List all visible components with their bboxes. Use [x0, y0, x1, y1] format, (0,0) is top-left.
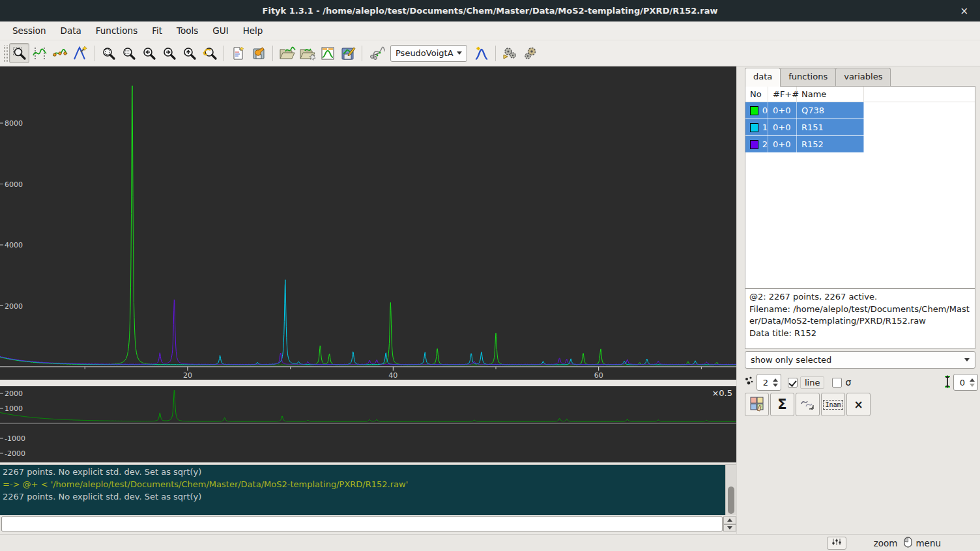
dataset-filter-dropdown[interactable]: show only selected	[745, 351, 975, 369]
zoom-right-icon	[162, 46, 177, 61]
svg-text:-2000: -2000	[5, 449, 25, 458]
arrow-up-icon[interactable]	[970, 378, 975, 382]
zoom-mode-button[interactable]	[9, 43, 29, 63]
data-transform-button[interactable]	[366, 43, 386, 63]
menu-session[interactable]: Session	[5, 23, 53, 38]
dataset-name: R152	[797, 136, 864, 152]
command-input[interactable]	[1, 516, 723, 531]
magnifier-icon	[12, 46, 27, 61]
menu-fit[interactable]: Fit	[145, 23, 169, 38]
svg-text:2000: 2000	[5, 389, 23, 398]
history-up-button[interactable]	[723, 516, 736, 524]
shift-spinner[interactable]: 0	[953, 374, 978, 391]
edit-script-button[interactable]	[520, 43, 540, 63]
menu-tools[interactable]: Tools	[169, 23, 205, 38]
scrollbar-thumb[interactable]	[728, 487, 734, 514]
zoom-undo-button[interactable]	[199, 43, 220, 63]
rename-icon: Inam	[823, 400, 843, 410]
line-checkbox-label: line	[800, 376, 824, 389]
statusbar-config-button[interactable]	[827, 537, 846, 550]
background-mode-button[interactable]	[50, 43, 70, 63]
column-header-functions[interactable]: #F+#	[768, 87, 797, 102]
toolbar-separator	[272, 46, 273, 61]
run-script-button[interactable]	[500, 43, 520, 63]
panel-splitter[interactable]	[736, 66, 743, 534]
session-settings-button[interactable]	[248, 43, 268, 63]
menu-help[interactable]: Help	[236, 23, 270, 38]
arrow-down-icon[interactable]	[970, 384, 975, 387]
new-document-icon	[231, 46, 246, 61]
vertical-shift-icon	[944, 374, 951, 391]
load-data-button[interactable]	[277, 43, 297, 63]
column-header-name[interactable]: Name	[797, 87, 864, 102]
svg-text:60: 60	[594, 371, 603, 380]
data-editor-button[interactable]	[317, 43, 338, 63]
toolbar-drag-handle[interactable]	[3, 45, 8, 62]
rename-button[interactable]: Inam	[821, 393, 845, 416]
dataset-row-r152[interactable]: 2 0+0 R152	[745, 136, 864, 152]
arrow-down-icon[interactable]	[773, 384, 778, 387]
zoom-all-button[interactable]	[98, 43, 119, 63]
svg-text:20: 20	[183, 371, 192, 380]
copy-functions-button[interactable]	[796, 393, 820, 416]
sigma-icon: Σ	[777, 397, 786, 412]
load-data-custom-button[interactable]	[297, 43, 317, 63]
dataset-display-controls: 2 line σ 0	[745, 372, 978, 393]
zoom-left-button[interactable]	[139, 43, 159, 63]
transform-curve-icon	[368, 46, 385, 61]
dataset-number: 1	[762, 122, 768, 132]
dataset-number: 2	[762, 139, 768, 149]
command-input-row	[0, 515, 736, 533]
zoom-selection-button[interactable]	[119, 43, 139, 63]
console-output[interactable]: 2267 points. No explicit std. dev. Set a…	[0, 465, 725, 515]
dataset-title-info: Data title: R152	[749, 328, 971, 340]
menu-data[interactable]: Data	[53, 23, 89, 38]
dataset-list-header: No #F+# Name	[745, 87, 975, 102]
console-scrollbar[interactable]	[725, 465, 736, 515]
plot-splitter[interactable]	[0, 380, 736, 386]
tab-data[interactable]: data	[745, 68, 781, 87]
window-title: Fityk 1.3.1 - /home/aleplo/test/Document…	[263, 6, 718, 16]
tab-functions[interactable]: functions	[780, 68, 836, 87]
toolbar-separator	[223, 46, 224, 61]
dataset-row-q738[interactable]: 0 0+0 Q738	[745, 102, 864, 119]
sum-button[interactable]: Σ	[770, 393, 794, 416]
dataset-func-count: 0+0	[768, 136, 797, 152]
data-range-icon	[32, 46, 48, 61]
add-peak-mode-button[interactable]	[70, 43, 90, 63]
main-plot-canvas: 2040602000400060008000	[0, 67, 736, 380]
window-close-button[interactable]: ×	[956, 0, 972, 21]
data-table-button[interactable]	[745, 393, 769, 416]
peak-type-dropdown[interactable]: PseudoVoigtA	[390, 45, 467, 62]
dataset-action-buttons: Σ Inam ×	[745, 393, 871, 416]
dataset-color-swatch	[750, 140, 758, 149]
menu-gui[interactable]: GUI	[205, 23, 235, 38]
data-range-mode-button[interactable]	[29, 43, 50, 63]
dataset-func-count: 0+0	[768, 102, 797, 119]
tab-variables[interactable]: variables	[835, 68, 891, 87]
dataset-row-r151[interactable]: 1 0+0 R151	[745, 119, 864, 135]
toolbar-separator	[94, 46, 94, 61]
delete-dataset-button[interactable]: ×	[846, 393, 871, 416]
main-plot[interactable]: 2040602000400060008000	[0, 66, 736, 380]
arrow-down-icon	[727, 526, 732, 530]
mouse-icon	[904, 537, 912, 550]
zoom-right-button[interactable]	[159, 43, 179, 63]
new-session-button[interactable]	[228, 43, 248, 63]
zoom-up-button[interactable]	[179, 43, 199, 63]
save-data-button[interactable]	[338, 43, 358, 63]
functions-copy-icon	[800, 396, 816, 414]
line-checkbox[interactable]	[788, 378, 798, 388]
menu-functions[interactable]: Functions	[89, 23, 145, 38]
zoom-up-icon	[182, 46, 197, 61]
sigma-checkbox[interactable]	[832, 378, 842, 388]
dataset-color-swatch	[750, 123, 758, 132]
point-size-spinner[interactable]: 2	[757, 374, 781, 391]
arrow-up-icon[interactable]	[773, 378, 778, 382]
history-down-button[interactable]	[723, 524, 736, 532]
auxiliary-plot[interactable]: 20001000-1000-2000 ×0.5	[0, 386, 736, 462]
auto-add-peak-button[interactable]	[471, 43, 491, 63]
column-header-no[interactable]: No	[745, 87, 768, 102]
add-peak-icon	[474, 46, 489, 61]
dataset-name: Q738	[797, 102, 864, 119]
